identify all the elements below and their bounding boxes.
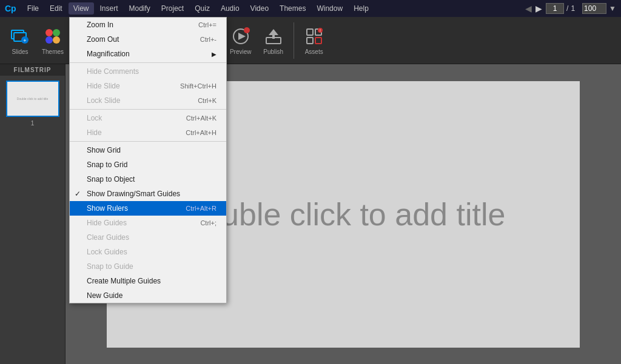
preview-button[interactable]: Preview bbox=[226, 23, 256, 58]
assets-icon: ! bbox=[303, 25, 325, 47]
menu-shortcut: Ctrl+Alt+H bbox=[171, 129, 217, 136]
sep-3 bbox=[294, 22, 294, 59]
view-menu-item-snap-to-guide: Snap to Guide bbox=[70, 259, 226, 274]
assets-label: Assets bbox=[305, 48, 323, 55]
menu-item-label: Hide Comments bbox=[87, 67, 139, 76]
menu-item-label: Lock Slide bbox=[87, 96, 120, 105]
view-menu-item-snap-to-grid[interactable]: Snap to Grid bbox=[70, 157, 226, 172]
svg-text:!: ! bbox=[320, 28, 321, 33]
view-menu-item-hide: HideCtrl+Alt+H bbox=[70, 125, 226, 140]
menu-file[interactable]: File bbox=[22, 2, 44, 15]
menu-help[interactable]: Help bbox=[349, 2, 374, 15]
menu-shortcut: Ctrl+Alt+K bbox=[172, 114, 217, 122]
view-menu-item-zoom-in[interactable]: Zoom InCtrl+= bbox=[70, 18, 226, 32]
view-menu-item-new-guide[interactable]: New Guide bbox=[70, 288, 226, 303]
view-menu-item-show-grid[interactable]: Show Grid bbox=[70, 143, 226, 157]
menu-shortcut: Ctrl+= bbox=[184, 21, 217, 28]
menu-shortcut: Ctrl+- bbox=[186, 36, 217, 43]
publish-icon bbox=[263, 25, 284, 47]
nav-arrows: ◀ ▶ bbox=[524, 4, 543, 13]
view-menu-item-hide-slide: Hide SlideShift+Ctrl+H bbox=[70, 79, 226, 93]
menu-separator bbox=[70, 109, 226, 110]
view-menu-item-magnification[interactable]: Magnification▶ bbox=[70, 47, 226, 61]
menu-video[interactable]: Video bbox=[246, 2, 274, 15]
zoom-input[interactable] bbox=[582, 3, 606, 14]
view-menu-item-show-rulers[interactable]: Show RulersCtrl+Alt+R bbox=[70, 201, 226, 216]
page-separator: / bbox=[566, 4, 568, 13]
view-menu-item-create-multiple-guides[interactable]: Create Multiple Guides bbox=[70, 274, 226, 288]
view-menu-item-show-drawing-smart-guides[interactable]: ✓Show Drawing/Smart Guides bbox=[70, 187, 226, 201]
menu-bar: Cp File Edit View Insert Modify Project … bbox=[0, 0, 621, 17]
view-menu-item-zoom-out[interactable]: Zoom OutCtrl+- bbox=[70, 32, 226, 47]
assets-button[interactable]: ! Assets bbox=[299, 23, 329, 58]
menu-shortcut: Ctrl+K bbox=[183, 97, 217, 104]
view-menu-item-hide-comments: Hide Comments bbox=[70, 64, 226, 79]
menu-item-label: Hide Guides bbox=[87, 219, 127, 227]
view-menu-item-snap-to-object[interactable]: Snap to Object bbox=[70, 172, 226, 187]
menu-item-label: Zoom Out bbox=[87, 35, 119, 44]
menu-window[interactable]: Window bbox=[312, 2, 347, 15]
view-dropdown-menu: Zoom InCtrl+=Zoom OutCtrl+-Magnification… bbox=[69, 17, 227, 303]
view-menu-item-lock-slide: Lock SlideCtrl+K bbox=[70, 93, 226, 108]
publish-button[interactable]: Publish bbox=[258, 23, 289, 58]
menu-shortcut: Shift+Ctrl+H bbox=[166, 82, 217, 90]
filmstrip-slide-number: 1 bbox=[7, 120, 58, 127]
menu-themes[interactable]: Themes bbox=[275, 2, 310, 15]
menu-item-label: Show Grid bbox=[87, 146, 121, 154]
app-logo: Cp bbox=[5, 4, 16, 13]
view-menu-item-lock: LockCtrl+Alt+K bbox=[70, 111, 226, 125]
menu-item-label: Snap to Grid bbox=[87, 160, 127, 169]
svg-rect-30 bbox=[307, 38, 313, 44]
menu-item-label: Show Drawing/Smart Guides bbox=[87, 190, 180, 198]
menu-view[interactable]: View bbox=[69, 2, 94, 15]
menu-item-label: Lock bbox=[87, 114, 102, 122]
submenu-arrow-icon: ▶ bbox=[212, 51, 217, 58]
menu-project[interactable]: Project bbox=[156, 2, 189, 15]
svg-rect-27 bbox=[272, 35, 275, 39]
publish-label: Publish bbox=[263, 48, 283, 55]
slides-label: Slides bbox=[12, 48, 28, 55]
preview-icon bbox=[230, 25, 252, 47]
svg-rect-31 bbox=[315, 38, 321, 44]
menu-quiz[interactable]: Quiz bbox=[190, 2, 215, 15]
themes-label: Themes bbox=[42, 48, 64, 55]
page-total: 1 bbox=[571, 4, 575, 13]
zoom-arrow[interactable]: ▼ bbox=[609, 4, 616, 13]
menu-item-label: New Guide bbox=[87, 291, 123, 300]
view-menu-item-clear-guides: Clear Guides bbox=[70, 230, 226, 245]
themes-icon bbox=[42, 25, 64, 47]
filmstrip-slide-1[interactable]: Double click to add title 1 bbox=[6, 81, 59, 117]
svg-point-5 bbox=[53, 29, 60, 36]
menu-insert[interactable]: Insert bbox=[95, 2, 123, 15]
filmstrip-slide-text: Double click to add title bbox=[16, 96, 49, 102]
menu-shortcut: Ctrl+Alt+R bbox=[171, 205, 217, 212]
themes-button[interactable]: Themes bbox=[38, 23, 68, 58]
menu-item-label: Show Rulers bbox=[87, 204, 128, 213]
page-number-input[interactable] bbox=[546, 3, 564, 14]
menu-modify[interactable]: Modify bbox=[124, 2, 155, 15]
slide-title-placeholder[interactable]: Double click to add title bbox=[181, 196, 506, 233]
filmstrip-header: FILMSTRIP bbox=[0, 64, 65, 76]
menu-item-label: Hide Slide bbox=[87, 82, 120, 90]
view-menu-item-hide-guides: Hide GuidesCtrl+; bbox=[70, 216, 226, 230]
menu-edit[interactable]: Edit bbox=[45, 2, 67, 15]
slides-button[interactable]: + Slides bbox=[5, 23, 35, 58]
next-page-arrow[interactable]: ▶ bbox=[534, 4, 543, 13]
svg-rect-28 bbox=[307, 29, 313, 35]
menu-separator bbox=[70, 62, 226, 63]
menu-shortcut: Ctrl+; bbox=[186, 219, 217, 227]
menu-audio[interactable]: Audio bbox=[216, 2, 244, 15]
svg-point-6 bbox=[45, 36, 53, 44]
filmstrip: FILMSTRIP Double click to add title 1 bbox=[0, 64, 65, 364]
menu-separator bbox=[70, 141, 226, 142]
svg-point-7 bbox=[53, 36, 60, 44]
menu-item-label: Clear Guides bbox=[87, 233, 129, 242]
menu-item-label: Snap to Guide bbox=[87, 262, 133, 271]
svg-text:+: + bbox=[23, 38, 26, 44]
prev-page-arrow[interactable]: ◀ bbox=[524, 4, 533, 13]
preview-label: Preview bbox=[230, 48, 252, 55]
slides-icon: + bbox=[9, 25, 31, 47]
svg-marker-26 bbox=[269, 29, 278, 35]
menu-item-label: Hide bbox=[87, 128, 102, 137]
svg-marker-23 bbox=[238, 33, 246, 40]
